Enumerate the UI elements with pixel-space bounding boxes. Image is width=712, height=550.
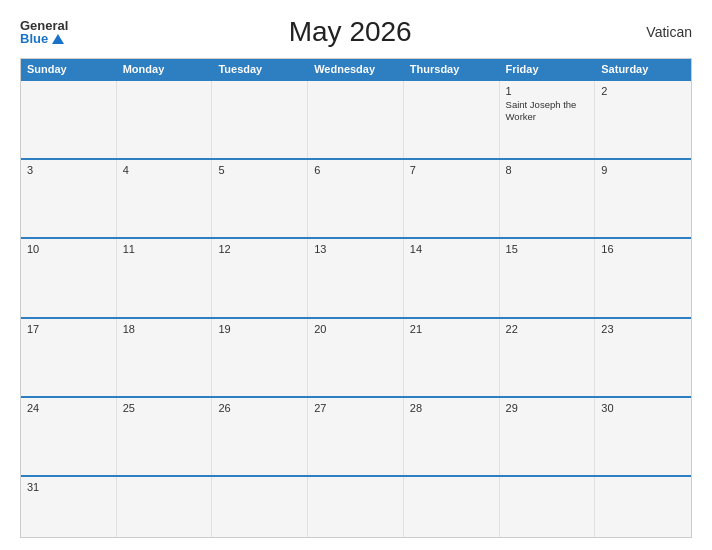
- day-number: 9: [601, 164, 685, 176]
- cal-cell-empty: [117, 477, 213, 537]
- week-row-2: 3456789: [21, 158, 691, 237]
- cal-cell-18: 18: [117, 319, 213, 396]
- day-number: 7: [410, 164, 493, 176]
- cal-cell-10: 10: [21, 239, 117, 316]
- cal-cell-empty: [404, 477, 500, 537]
- cal-cell-empty: [500, 477, 596, 537]
- day-number: 21: [410, 323, 493, 335]
- cal-cell-27: 27: [308, 398, 404, 475]
- cal-cell-14: 14: [404, 239, 500, 316]
- cal-cell-11: 11: [117, 239, 213, 316]
- day-number: 26: [218, 402, 301, 414]
- logo: General Blue: [20, 19, 68, 45]
- day-number: 18: [123, 323, 206, 335]
- cal-cell-20: 20: [308, 319, 404, 396]
- cal-cell-29: 29: [500, 398, 596, 475]
- header: General Blue May 2026 Vatican: [20, 16, 692, 48]
- logo-blue-text: Blue: [20, 32, 68, 45]
- cal-cell-empty: [212, 477, 308, 537]
- day-number: 13: [314, 243, 397, 255]
- day-number: 19: [218, 323, 301, 335]
- cal-cell-31: 31: [21, 477, 117, 537]
- cal-cell-empty: [308, 81, 404, 158]
- day-number: 30: [601, 402, 685, 414]
- cal-cell-12: 12: [212, 239, 308, 316]
- header-cell-friday: Friday: [500, 59, 596, 79]
- calendar-header: SundayMondayTuesdayWednesdayThursdayFrid…: [21, 59, 691, 79]
- cal-cell-22: 22: [500, 319, 596, 396]
- cal-cell-empty: [117, 81, 213, 158]
- header-cell-tuesday: Tuesday: [212, 59, 308, 79]
- day-number: 2: [601, 85, 685, 97]
- day-number: 11: [123, 243, 206, 255]
- cal-cell-8: 8: [500, 160, 596, 237]
- day-number: 4: [123, 164, 206, 176]
- cal-cell-7: 7: [404, 160, 500, 237]
- calendar-grid: SundayMondayTuesdayWednesdayThursdayFrid…: [20, 58, 692, 538]
- day-number: 8: [506, 164, 589, 176]
- cal-cell-empty: [404, 81, 500, 158]
- cal-cell-6: 6: [308, 160, 404, 237]
- cal-cell-5: 5: [212, 160, 308, 237]
- header-cell-monday: Monday: [117, 59, 213, 79]
- day-number: 29: [506, 402, 589, 414]
- day-number: 23: [601, 323, 685, 335]
- cal-cell-empty: [21, 81, 117, 158]
- cal-cell-2: 2: [595, 81, 691, 158]
- cal-cell-9: 9: [595, 160, 691, 237]
- week-row-5: 24252627282930: [21, 396, 691, 475]
- day-number: 16: [601, 243, 685, 255]
- calendar-body: 1Saint Joseph the Worker2345678910111213…: [21, 79, 691, 537]
- cal-cell-21: 21: [404, 319, 500, 396]
- cal-cell-26: 26: [212, 398, 308, 475]
- cal-cell-3: 3: [21, 160, 117, 237]
- cal-cell-empty: [212, 81, 308, 158]
- header-cell-wednesday: Wednesday: [308, 59, 404, 79]
- cal-cell-13: 13: [308, 239, 404, 316]
- day-number: 12: [218, 243, 301, 255]
- month-title: May 2026: [68, 16, 632, 48]
- header-cell-thursday: Thursday: [404, 59, 500, 79]
- day-number: 14: [410, 243, 493, 255]
- region-label: Vatican: [632, 24, 692, 40]
- cal-cell-23: 23: [595, 319, 691, 396]
- day-number: 15: [506, 243, 589, 255]
- day-number: 1: [506, 85, 589, 97]
- day-event: Saint Joseph the Worker: [506, 99, 589, 124]
- cal-cell-17: 17: [21, 319, 117, 396]
- cal-cell-1: 1Saint Joseph the Worker: [500, 81, 596, 158]
- cal-cell-30: 30: [595, 398, 691, 475]
- header-cell-saturday: Saturday: [595, 59, 691, 79]
- week-row-1: 1Saint Joseph the Worker2: [21, 79, 691, 158]
- cal-cell-28: 28: [404, 398, 500, 475]
- cal-cell-16: 16: [595, 239, 691, 316]
- day-number: 3: [27, 164, 110, 176]
- cal-cell-empty: [595, 477, 691, 537]
- day-number: 17: [27, 323, 110, 335]
- week-row-4: 17181920212223: [21, 317, 691, 396]
- day-number: 10: [27, 243, 110, 255]
- week-row-6: 31: [21, 475, 691, 537]
- day-number: 24: [27, 402, 110, 414]
- cal-cell-24: 24: [21, 398, 117, 475]
- logo-triangle-icon: [52, 34, 64, 44]
- day-number: 5: [218, 164, 301, 176]
- day-number: 28: [410, 402, 493, 414]
- cal-cell-19: 19: [212, 319, 308, 396]
- day-number: 25: [123, 402, 206, 414]
- day-number: 31: [27, 481, 110, 493]
- cal-cell-25: 25: [117, 398, 213, 475]
- day-number: 22: [506, 323, 589, 335]
- header-cell-sunday: Sunday: [21, 59, 117, 79]
- cal-cell-empty: [308, 477, 404, 537]
- day-number: 6: [314, 164, 397, 176]
- cal-cell-4: 4: [117, 160, 213, 237]
- day-number: 20: [314, 323, 397, 335]
- calendar-page: General Blue May 2026 Vatican SundayMond…: [0, 0, 712, 550]
- cal-cell-15: 15: [500, 239, 596, 316]
- week-row-3: 10111213141516: [21, 237, 691, 316]
- day-number: 27: [314, 402, 397, 414]
